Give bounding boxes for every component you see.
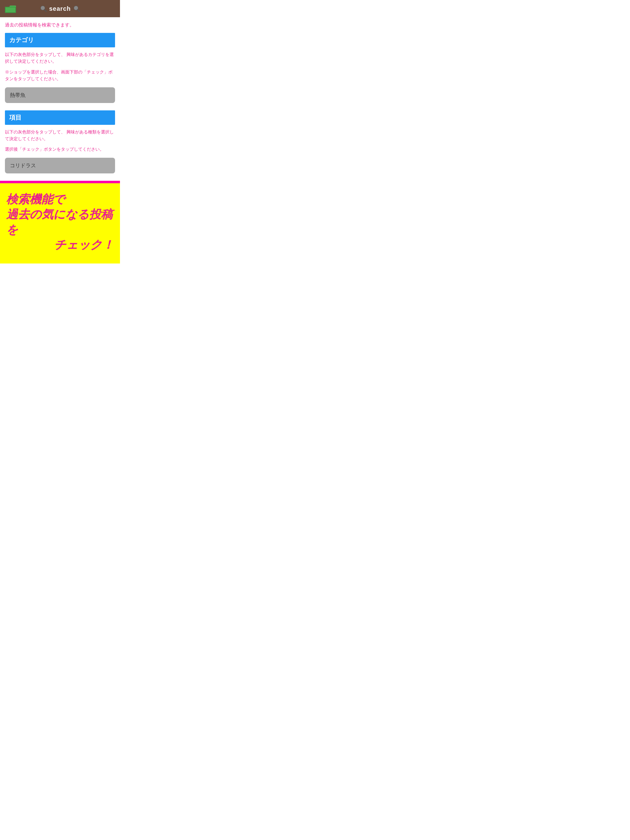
item-title: 項目 [9,114,22,121]
banner-line3: チェック！ [6,237,114,253]
item-selector[interactable]: コリドラス [5,158,115,174]
category-title: カテゴリ [9,36,34,43]
category-description-2: ※ショップを選択した場合、画面下部の「チェック」ボタンをタップしてください。 [5,69,115,82]
banner: 検索機能で 過去の気になる投稿を チェック！ [0,181,120,264]
main-content: 過去の投稿情報を検索できます。 カテゴリ 以下の灰色部分をタップして、 興味があ… [0,17,120,174]
subtitle-text: 過去の投稿情報を検索できます。 [5,22,115,28]
category-description-1: 以下の灰色部分をタップして、 興味があるカテゴリを選択して決定してください。 [5,51,115,65]
app-header: search [0,0,120,17]
svg-rect-0 [5,7,16,13]
item-description-2: 選択後「チェック」ボタンをタップしてください。 [5,146,115,153]
item-description-1: 以下の灰色部分をタップして、 興味がある種類を選択して決定してください。 [5,128,115,142]
svg-line-3 [44,9,46,12]
banner-line1: 検索機能で [6,193,65,206]
category-section-header: カテゴリ [5,33,115,47]
category-selected-value: 熱帯魚 [10,92,25,99]
search-icon-right [73,5,80,12]
category-selector[interactable]: 熱帯魚 [5,87,115,103]
header-title: search [49,5,71,12]
item-selected-value: コリドラス [10,162,36,169]
svg-line-5 [78,9,80,12]
header-title-area: search [40,5,80,12]
banner-line2: 過去の気になる投稿を [6,207,114,237]
banner-text: 検索機能で 過去の気になる投稿を チェック！ [6,192,114,253]
folder-icon[interactable] [5,4,16,13]
item-section-header: 項目 [5,111,115,125]
search-icon-left [40,5,47,12]
